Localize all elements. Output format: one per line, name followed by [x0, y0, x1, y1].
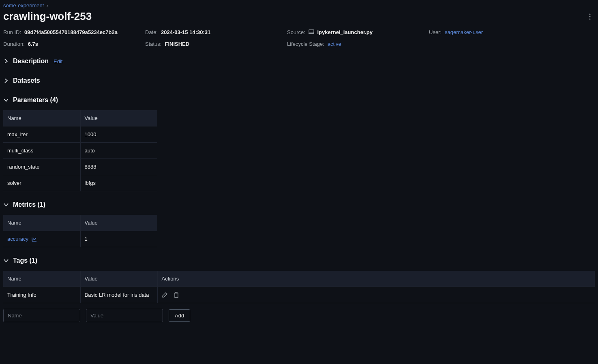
svg-rect-4 — [309, 33, 314, 34]
date-label: Date: — [145, 29, 158, 35]
duration-label: Duration: — [3, 41, 25, 47]
meta-user: User: sagemaker-user — [429, 29, 571, 35]
parameters-title: Parameters (4) — [13, 96, 58, 104]
delete-tag-button[interactable] — [174, 292, 179, 298]
breadcrumb-experiment-link[interactable]: some-experiment — [3, 2, 44, 9]
meta-status: Status: FINISHED — [145, 41, 287, 47]
chart-icon — [32, 237, 37, 242]
lifecycle-link[interactable]: active — [328, 41, 341, 47]
tag-header-name: Name — [3, 271, 80, 287]
chevron-down-icon — [3, 98, 9, 102]
param-header-name: Name — [3, 110, 80, 126]
table-row: Training Info Basic LR model for iris da… — [3, 287, 595, 303]
pencil-icon — [162, 292, 168, 298]
run-id-label: Run ID: — [3, 29, 21, 35]
param-value: auto — [80, 143, 157, 159]
param-value: 8888 — [80, 159, 157, 175]
breadcrumb: some-experiment › — [3, 2, 595, 9]
param-value: lbfgs — [80, 175, 157, 191]
page-title: crawling-wolf-253 — [3, 10, 92, 23]
table-row: accuracy 1 — [3, 231, 157, 247]
status-label: Status: — [145, 41, 161, 47]
meta-source: Source: ipykernel_launcher.py — [287, 29, 429, 35]
description-section-toggle[interactable]: Description Edit — [3, 55, 595, 67]
param-name: random_state — [3, 159, 80, 175]
chevron-right-icon — [3, 59, 9, 64]
description-title: Description — [13, 58, 49, 65]
metric-link-accuracy[interactable]: accuracy — [7, 236, 28, 242]
table-row: solver lbfgs — [3, 175, 157, 191]
chevron-right-icon: › — [46, 2, 48, 9]
status-value: FINISHED — [165, 41, 189, 47]
datasets-title: Datasets — [13, 77, 40, 84]
more-vertical-icon — [589, 13, 591, 20]
user-label: User: — [429, 29, 442, 35]
duration-value: 6.7s — [28, 41, 38, 47]
metric-value: 1 — [80, 231, 157, 247]
svg-point-2 — [589, 18, 591, 19]
tag-value-input[interactable] — [86, 309, 163, 322]
notebook-icon — [309, 29, 314, 34]
user-link[interactable]: sagemaker-user — [445, 29, 483, 35]
table-row: multi_class auto — [3, 143, 157, 159]
param-header-value: Value — [80, 110, 157, 126]
description-edit-link[interactable]: Edit — [54, 58, 62, 64]
tags-table: Name Value Actions Training Info Basic L… — [3, 271, 595, 303]
chevron-right-icon — [3, 78, 9, 83]
trash-icon — [174, 292, 179, 298]
datasets-section-toggle[interactable]: Datasets — [3, 75, 595, 87]
metric-header-name: Name — [3, 215, 80, 231]
param-value: 1000 — [80, 126, 157, 143]
tags-title: Tags (1) — [13, 257, 37, 264]
metrics-title: Metrics (1) — [13, 201, 45, 208]
lifecycle-label: Lifecycle Stage: — [287, 41, 324, 47]
edit-tag-button[interactable] — [162, 292, 168, 298]
svg-rect-3 — [309, 30, 314, 33]
table-row: max_iter 1000 — [3, 126, 157, 143]
source-filename: ipykernel_launcher.py — [317, 29, 373, 35]
param-name: multi_class — [3, 143, 80, 159]
metric-header-value: Value — [80, 215, 157, 231]
add-tag-button[interactable]: Add — [169, 309, 190, 322]
more-menu-button[interactable] — [585, 12, 595, 21]
meta-date: Date: 2024-03-15 14:30:31 — [145, 29, 287, 35]
tag-header-value: Value — [80, 271, 157, 287]
run-id-value: 09d7f4a50055470188479a5234ec7b2a — [24, 29, 118, 35]
tag-name-input[interactable] — [3, 309, 80, 322]
table-row: random_state 8888 — [3, 159, 157, 175]
chevron-down-icon — [3, 259, 9, 262]
tag-header-actions: Actions — [157, 271, 595, 287]
svg-point-0 — [589, 13, 591, 15]
param-name: solver — [3, 175, 80, 191]
tag-name: Training Info — [3, 287, 80, 303]
param-name: max_iter — [3, 126, 80, 143]
parameters-section-toggle[interactable]: Parameters (4) — [3, 94, 595, 106]
metrics-section-toggle[interactable]: Metrics (1) — [3, 199, 595, 211]
tags-section-toggle[interactable]: Tags (1) — [3, 255, 595, 267]
meta-lifecycle: Lifecycle Stage: active — [287, 41, 429, 47]
source-label: Source: — [287, 29, 305, 35]
date-value: 2024-03-15 14:30:31 — [161, 29, 210, 35]
parameters-table: Name Value max_iter 1000 multi_class aut… — [3, 110, 157, 191]
chevron-down-icon — [3, 203, 9, 206]
svg-point-1 — [589, 16, 591, 17]
meta-duration: Duration: 6.7s — [3, 41, 145, 47]
metrics-table: Name Value accuracy 1 — [3, 215, 157, 247]
tag-value: Basic LR model for iris data — [80, 287, 157, 303]
source-value: ipykernel_launcher.py — [309, 29, 373, 35]
meta-run-id: Run ID: 09d7f4a50055470188479a5234ec7b2a — [3, 29, 145, 35]
